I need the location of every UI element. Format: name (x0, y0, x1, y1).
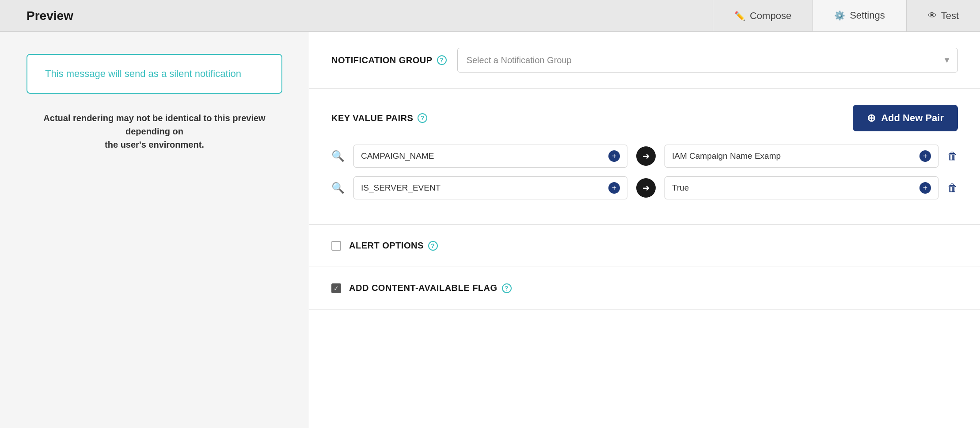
kvp-key-input-1[interactable] (361, 151, 604, 161)
notification-group-select[interactable]: Select a Notification Group (457, 48, 958, 73)
tab-settings[interactable]: ⚙️ Settings (813, 0, 906, 31)
kvp-search-icon-1[interactable]: 🔍 (331, 150, 345, 162)
disclaimer-line1: Actual rendering may not be identical to… (43, 113, 265, 136)
app-container: Preview ✏️ Compose ⚙️ Settings 👁 Test Th… (0, 0, 980, 428)
kvp-value-input-group-2: + (665, 176, 938, 199)
notification-group-row: NOTIFICATION GROUP ? Select a Notificati… (331, 48, 958, 73)
kvp-arrow-icon-1: ➜ (636, 146, 656, 166)
kvp-row-2: 🔍 + ➜ + 🗑 (331, 176, 958, 199)
kvp-search-icon-2[interactable]: 🔍 (331, 182, 345, 194)
kvp-value-input-1[interactable] (672, 151, 915, 161)
page-title: Preview (0, 9, 100, 23)
kvp-label: KEY VALUE PAIRS ? (331, 113, 427, 123)
notification-group-label: NOTIFICATION GROUP ? (331, 55, 447, 65)
kvp-arrow-icon-2: ➜ (636, 178, 656, 198)
notification-group-section: NOTIFICATION GROUP ? Select a Notificati… (309, 32, 980, 89)
add-new-pair-button[interactable]: ⊕ Add New Pair (853, 105, 958, 131)
kvp-value-add-icon-2[interactable]: + (919, 182, 931, 194)
tab-settings-label: Settings (850, 10, 885, 21)
kvp-key-input-group-2: + (353, 176, 627, 199)
tab-test-label: Test (941, 10, 959, 22)
kvp-key-add-icon-2[interactable]: + (608, 182, 620, 194)
tab-compose[interactable]: ✏️ Compose (713, 0, 813, 31)
main-content: This message will send as a silent notif… (0, 32, 980, 428)
kvp-row-1: 🔍 + ➜ + 🗑 (331, 145, 958, 168)
content-available-section: ADD CONTENT-AVAILABLE FLAG ? (309, 267, 980, 310)
key-value-pairs-section: KEY VALUE PAIRS ? ⊕ Add New Pair 🔍 + (309, 89, 980, 225)
alert-options-label: ALERT OPTIONS ? (349, 241, 438, 251)
silent-notification-text: This message will send as a silent notif… (45, 68, 241, 79)
kvp-help-icon[interactable]: ? (418, 113, 427, 123)
content-available-row: ADD CONTENT-AVAILABLE FLAG ? (331, 283, 958, 293)
kvp-value-input-group-1: + (665, 145, 938, 168)
tabs-area: ✏️ Compose ⚙️ Settings 👁 Test (713, 0, 980, 31)
alert-options-checkbox[interactable] (331, 241, 341, 251)
disclaimer-line2: the user's environment. (105, 140, 204, 149)
kvp-key-input-2[interactable] (361, 183, 604, 193)
kvp-header: KEY VALUE PAIRS ? ⊕ Add New Pair (331, 105, 958, 131)
alert-options-section: ALERT OPTIONS ? (309, 225, 980, 267)
content-available-help-icon[interactable]: ? (502, 283, 512, 293)
alert-options-row: ALERT OPTIONS ? (331, 241, 958, 251)
right-panel: NOTIFICATION GROUP ? Select a Notificati… (309, 32, 980, 428)
tab-compose-label: Compose (750, 10, 791, 22)
compose-icon: ✏️ (734, 11, 745, 21)
silent-notification-box: This message will send as a silent notif… (27, 54, 282, 94)
kvp-value-add-icon-1[interactable]: + (919, 150, 931, 162)
kvp-delete-icon-1[interactable]: 🗑 (947, 150, 958, 162)
settings-icon: ⚙️ (834, 10, 845, 21)
kvp-value-input-2[interactable] (672, 183, 915, 193)
notification-group-select-wrapper: Select a Notification Group ▼ (457, 48, 958, 73)
content-available-label: ADD CONTENT-AVAILABLE FLAG ? (349, 283, 512, 293)
kvp-key-add-icon-1[interactable]: + (608, 150, 620, 162)
kvp-delete-icon-2[interactable]: 🗑 (947, 182, 958, 194)
left-panel: This message will send as a silent notif… (0, 32, 309, 428)
add-new-pair-label: Add New Pair (881, 112, 944, 124)
add-new-pair-plus-icon: ⊕ (867, 112, 876, 124)
kvp-key-input-group-1: + (353, 145, 627, 168)
content-available-checkbox[interactable] (331, 283, 341, 293)
alert-options-help-icon[interactable]: ? (428, 241, 438, 251)
preview-disclaimer: Actual rendering may not be identical to… (27, 111, 282, 151)
eye-icon: 👁 (928, 11, 937, 21)
tab-bar: Preview ✏️ Compose ⚙️ Settings 👁 Test (0, 0, 980, 32)
notification-group-help-icon[interactable]: ? (437, 55, 447, 65)
tab-test[interactable]: 👁 Test (906, 0, 980, 31)
